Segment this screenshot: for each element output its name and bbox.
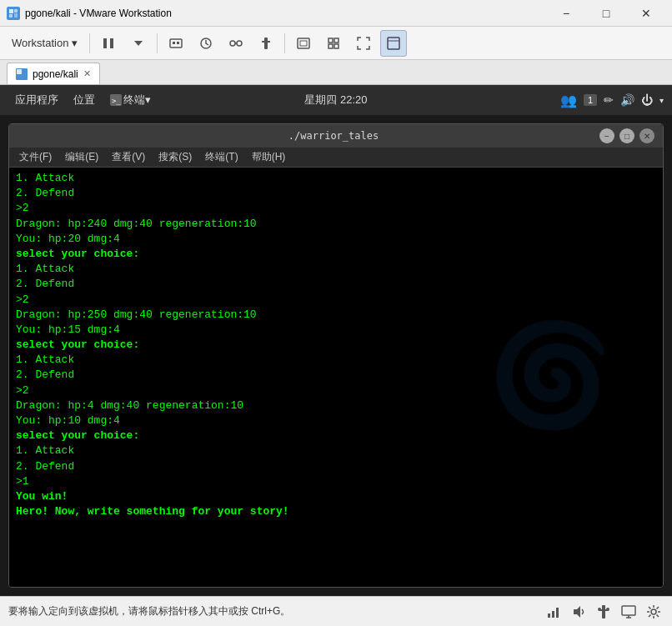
status-bar: 要将输入定向到该虚拟机，请将鼠标指针移入其中或按 Ctrl+G。	[0, 596, 672, 626]
terminal-line: select your choice:	[16, 428, 656, 443]
separator-2	[157, 33, 158, 53]
pause-button[interactable]	[95, 30, 122, 57]
main-toolbar: Workstation ▾	[0, 27, 672, 60]
workstation-label: Workstation	[12, 37, 68, 49]
svg-point-40	[651, 609, 656, 614]
send-ctrl-alt-del[interactable]	[163, 30, 189, 57]
power-icon[interactable]: ⏻	[641, 93, 653, 107]
terminal-line: >2	[16, 201, 656, 216]
svg-rect-2	[14, 9, 18, 13]
menu-search[interactable]: 搜索(S)	[152, 148, 198, 167]
usb-status-icon[interactable]	[594, 602, 614, 622]
tab-label: pgone/kali	[33, 68, 78, 80]
term-maximize[interactable]: □	[619, 128, 634, 143]
settings-icon[interactable]	[644, 602, 664, 622]
terminal-line: 2. Defend	[16, 368, 656, 383]
terminal-title: ./warrior_tales	[288, 130, 379, 142]
dropdown-icon[interactable]: ▾	[659, 96, 664, 105]
svg-rect-33	[602, 605, 605, 618]
workstation-menu[interactable]: Workstation ▾	[5, 30, 84, 57]
terminal-menu[interactable]: >_ 终端▾	[103, 89, 158, 111]
sound-icon: 🔊	[620, 93, 634, 107]
menu-view[interactable]: 查看(V)	[105, 148, 152, 167]
main-area: ./warrior_tales − □ ✕ 文件(F) 编辑(E) 查看(V) …	[0, 115, 672, 596]
terminal-content[interactable]: 🌀 1. Attack2. Defend>2Dragon: hp:240 dmg…	[9, 168, 663, 587]
usb-button[interactable]	[253, 30, 279, 57]
svg-rect-16	[262, 41, 270, 43]
status-text: 要将输入定向到该虚拟机，请将鼠标指针移入其中或按 Ctrl+G。	[8, 604, 290, 618]
svg-rect-1	[9, 9, 13, 13]
terminal-line: >2	[16, 293, 656, 308]
terminal-window: ./warrior_tales − □ ✕ 文件(F) 编辑(E) 查看(V) …	[8, 123, 664, 588]
snapshot-button[interactable]	[193, 30, 219, 57]
maximize-button[interactable]: □	[587, 2, 625, 25]
places-menu[interactable]: 位置	[67, 89, 102, 111]
connect-button[interactable]	[223, 30, 249, 57]
svg-rect-6	[110, 38, 113, 48]
window-title: pgone/kali - VMware Workstation	[25, 8, 547, 19]
apps-menu[interactable]: 应用程序	[8, 89, 65, 111]
svg-rect-5	[103, 38, 107, 48]
tab-close-button[interactable]: ✕	[83, 68, 91, 79]
windowed-button[interactable]	[380, 30, 407, 57]
network-icon[interactable]	[544, 602, 564, 622]
close-button[interactable]: ✕	[627, 2, 665, 25]
minimize-button[interactable]: −	[547, 2, 585, 25]
svg-rect-15	[264, 38, 268, 49]
workspace-badge: 1	[584, 94, 597, 106]
terminal-line: Dragon: hp:4 dmg:40 regeneration:10	[16, 398, 656, 413]
terminal-win-controls: − □ ✕	[599, 128, 654, 143]
dropdown-arrow-btn[interactable]	[125, 30, 152, 57]
svg-rect-29	[548, 613, 550, 618]
terminal-line: 2. Defend	[16, 277, 656, 292]
terminal-line: You: hp:10 dmg:4	[16, 413, 656, 428]
svg-rect-17	[298, 38, 309, 48]
svg-rect-9	[173, 42, 175, 44]
svg-rect-26	[17, 69, 22, 74]
terminal-line: 1. Attack	[16, 262, 656, 277]
title-bar: pgone/kali - VMware Workstation − □ ✕	[0, 0, 672, 27]
guest-menu: 应用程序 位置 >_ 终端▾	[8, 89, 158, 111]
view-button[interactable]	[290, 30, 317, 57]
terminal-line: >1	[16, 474, 656, 489]
terminal-line: select your choice:	[16, 247, 656, 262]
svg-rect-18	[300, 41, 307, 46]
window-controls: − □ ✕	[547, 2, 665, 25]
terminal-line: 1. Attack	[16, 443, 656, 458]
svg-rect-37	[622, 606, 635, 615]
svg-marker-7	[134, 41, 143, 46]
menu-terminal[interactable]: 终端(T)	[198, 148, 244, 167]
term-minimize[interactable]: −	[599, 128, 614, 143]
svg-rect-4	[14, 13, 18, 18]
svg-marker-32	[574, 606, 580, 618]
menu-help[interactable]: 帮助(H)	[245, 148, 293, 167]
svg-rect-19	[328, 38, 333, 43]
svg-point-12	[230, 41, 235, 46]
vm-tab[interactable]: pgone/kali ✕	[7, 63, 100, 84]
menu-edit[interactable]: 编辑(E)	[58, 148, 105, 167]
fit-guest[interactable]	[320, 30, 347, 57]
pencil-icon: ✏	[604, 93, 614, 107]
terminal-line: select your choice:	[16, 338, 656, 353]
svg-point-13	[237, 41, 242, 46]
audio-icon[interactable]	[569, 602, 589, 622]
svg-rect-23	[388, 38, 399, 49]
svg-text:>_: >_	[112, 97, 121, 105]
svg-point-35	[598, 608, 601, 611]
terminal-line: 2. Defend	[16, 186, 656, 201]
terminal-titlebar: ./warrior_tales − □ ✕	[9, 124, 663, 148]
vm-tab-icon	[16, 68, 28, 80]
terminal-line: Hero! Now, write something for your stor…	[16, 504, 656, 519]
terminal-line: 1. Attack	[16, 353, 656, 368]
terminal-lines: 1. Attack2. Defend>2Dragon: hp:240 dmg:4…	[16, 171, 656, 519]
display-icon[interactable]	[619, 602, 639, 622]
guest-toolbar: 应用程序 位置 >_ 终端▾ 星期四 22:20 👥 1 ✏ 🔊 ⏻ ▾	[0, 85, 672, 115]
term-close[interactable]: ✕	[639, 128, 654, 143]
separator-3	[284, 33, 285, 53]
menu-file[interactable]: 文件(F)	[13, 148, 58, 167]
svg-rect-22	[334, 44, 339, 48]
svg-rect-3	[9, 14, 13, 18]
svg-rect-20	[334, 38, 339, 43]
users-icon: 👥	[560, 93, 577, 108]
fullscreen-button[interactable]	[350, 30, 377, 57]
